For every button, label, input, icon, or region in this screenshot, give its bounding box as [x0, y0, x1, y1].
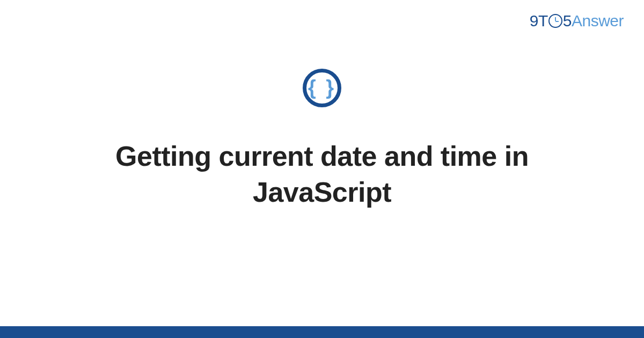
page-title: Getting current date and time in JavaScr…	[54, 138, 590, 210]
logo-text-5: 5	[563, 12, 572, 30]
main-content: { } Getting current date and time in Jav…	[0, 69, 644, 210]
logo-text-9t: 9T	[530, 12, 548, 30]
clock-icon	[548, 14, 562, 28]
logo-text-answer: Answer	[572, 12, 624, 30]
braces-glyph: { }	[308, 77, 336, 98]
site-logo[interactable]: 9T 5 Answer	[530, 12, 624, 30]
code-braces-icon: { }	[303, 69, 341, 107]
footer-accent-bar	[0, 326, 644, 338]
